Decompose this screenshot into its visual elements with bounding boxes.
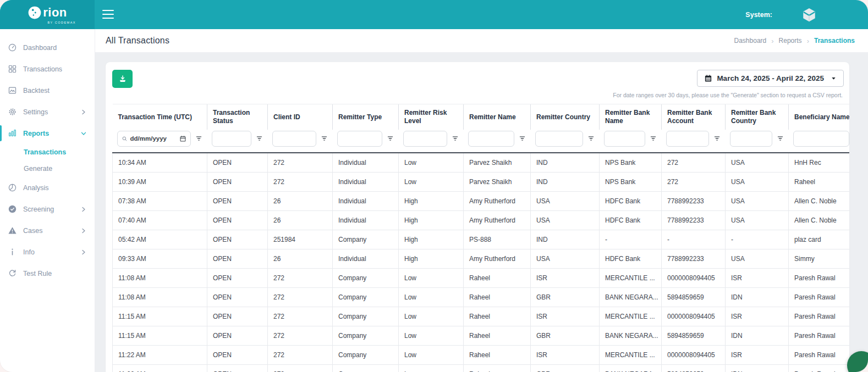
date-range-picker[interactable]: March 24, 2025 - April 22, 2025 [697, 70, 844, 87]
filter-input-client-id[interactable] [272, 131, 316, 147]
table-cell: OPEN [207, 346, 268, 365]
table-row[interactable]: 07:38 AMOPEN26IndividualHighAmy Rutherfo… [113, 192, 850, 211]
brand-logo[interactable]: rion by CODEMAX [0, 0, 95, 29]
calendar-icon [704, 74, 712, 82]
breadcrumb-dashboard[interactable]: Dashboard [734, 37, 767, 45]
main-area: All Transactions Dashboard›Reports›Trans… [95, 29, 868, 372]
chevron-right-icon [80, 206, 87, 213]
filter-icon[interactable] [255, 135, 263, 143]
menu-toggle-button[interactable] [102, 9, 116, 20]
table-row[interactable]: 11:15 AMOPEN272CompanyLowRaheelGBRBANK N… [113, 326, 850, 346]
table-cell: MERCANTILE ... [600, 346, 662, 365]
filter-input-remitter-bank-name[interactable] [604, 131, 645, 147]
filter-icon[interactable] [776, 135, 784, 143]
table-cell: HDFC Bank [600, 211, 662, 230]
table-row[interactable]: 11:15 AMOPEN272CompanyLowRaheelISRMERCAN… [113, 307, 850, 326]
table-cell: 26 [268, 211, 333, 230]
table-row[interactable]: 10:34 AMOPEN272IndividualLowParvez Shaik… [113, 153, 850, 173]
table-cell: Company [333, 288, 399, 307]
sidebar-item-backtest[interactable]: Backtest [0, 80, 95, 101]
date-filter-input[interactable]: dd/mm/yyyy [117, 131, 191, 147]
chevron-down-icon [80, 130, 87, 137]
breadcrumb-transactions[interactable]: Transactions [814, 37, 855, 45]
sidebar-item-info[interactable]: Info [0, 241, 95, 263]
filter-icon[interactable] [451, 135, 459, 143]
table-row[interactable]: 09:33 AMOPEN26IndividualHighAmy Rutherfo… [113, 249, 850, 269]
sidebar-item-reports[interactable]: Reports [0, 123, 95, 144]
table-cell: USA [726, 211, 789, 230]
filter-input-transaction-status[interactable] [212, 131, 251, 147]
table-cell: USA [726, 192, 789, 211]
system-cube-icon[interactable] [801, 7, 817, 23]
table-cell: BANK NEGARA... [600, 326, 662, 346]
sidebar-item-cases[interactable]: Cases [0, 220, 95, 241]
table-cell: USA [726, 249, 789, 269]
filter-input-remitter-bank-country[interactable] [730, 131, 772, 147]
table-cell: OPEN [207, 326, 268, 346]
table-row[interactable]: 11:08 AMOPEN272CompanyLowRaheelISRMERCAN… [113, 269, 850, 288]
sidebar-item-label: Settings [23, 108, 48, 116]
filter-input-remitter-country[interactable] [535, 131, 583, 147]
table-cell: Allen C. Noble [789, 192, 850, 211]
table-cell: ISR [726, 269, 789, 288]
warning-triangle-icon [8, 226, 17, 235]
filter-input-remitter-type[interactable] [337, 131, 382, 147]
calendar-icon[interactable] [179, 135, 186, 142]
brand-subtitle: by CODEMAX [47, 21, 76, 24]
filter-icon[interactable] [587, 135, 595, 143]
filter-icon[interactable] [649, 135, 657, 143]
sidebar-item-test-rule[interactable]: Test Rule [0, 263, 95, 284]
sidebar-subitem-generate[interactable]: Generate [0, 160, 95, 177]
table-cell: Paresh Rawal [789, 288, 850, 307]
table-row[interactable]: 11:08 AMOPEN272CompanyLowRaheelGBRBANK N… [113, 288, 850, 307]
table-cell: High [399, 192, 464, 211]
sidebar-subitem-transactions[interactable]: Transactions [0, 144, 95, 160]
sidebar-item-label: Cases [23, 227, 42, 235]
table-row[interactable]: 07:40 AMOPEN26IndividualHighAmy Rutherfo… [113, 211, 850, 230]
table-cell: 0000008094405 [662, 307, 726, 326]
table-cell: Paresh Rawal [789, 307, 850, 326]
table-row[interactable]: 10:39 AMOPEN272IndividualLowParvez Shaik… [113, 173, 850, 192]
table-row[interactable]: 05:42 AMOPEN251984CompanyHighPS-888IND--… [113, 230, 850, 249]
table-cell: Raheel [464, 288, 531, 307]
download-csv-button[interactable] [112, 70, 133, 88]
filter-icon[interactable] [320, 135, 328, 143]
sidebar-item-screening[interactable]: Screening [0, 198, 95, 220]
table-cell: IND [531, 153, 600, 173]
column-header-remitter-bank-name: Remitter Bank Name [600, 104, 662, 130]
filter-input-remitter-bank-account[interactable] [666, 131, 709, 147]
table-cell: Individual [333, 173, 399, 192]
bar-chart-icon [8, 129, 17, 138]
table-cell: OPEN [207, 173, 268, 192]
table-cell: Amy Rutherford [464, 192, 531, 211]
sidebar-item-dashboard[interactable]: Dashboard [0, 37, 95, 58]
breadcrumb-reports[interactable]: Reports [779, 37, 802, 45]
sidebar-item-label: Dashboard [23, 44, 57, 52]
filter-icon[interactable] [195, 135, 203, 143]
filter-icon[interactable] [518, 135, 526, 143]
filter-input-remitter-name[interactable] [468, 131, 514, 147]
table-cell: 5894859659 [662, 288, 726, 307]
breadcrumb-separator: › [807, 37, 809, 45]
table-cell: Low [399, 307, 464, 326]
system-label: System: [745, 11, 772, 19]
filter-icon[interactable] [713, 135, 721, 143]
refresh-icon [8, 269, 17, 278]
filter-icon[interactable] [386, 135, 394, 143]
table-cell: 272 [268, 173, 333, 192]
table-row[interactable]: 11:22 AMOPEN272CompanyLowRaheelISRMERCAN… [113, 346, 850, 365]
sidebar-item-transactions[interactable]: Transactions [0, 58, 95, 80]
table-cell: High [399, 230, 464, 249]
table-cell: 5894859659 [662, 326, 726, 346]
sidebar-item-analysis[interactable]: Analysis [0, 177, 95, 198]
filter-input-beneficiary-name[interactable] [793, 131, 849, 147]
table-cell: HnH Rec [789, 153, 850, 173]
sidebar-item-settings[interactable]: Settings [0, 101, 95, 123]
caret-down-icon [831, 75, 837, 81]
table-row[interactable]: 11:22 AMOPEN272CompanyLowRaheelGBRBANK N… [113, 365, 850, 372]
filter-input-remitter-risk-level[interactable] [403, 131, 447, 147]
table-cell: Paresh Rawal [789, 346, 850, 365]
table-cell: OPEN [207, 192, 268, 211]
download-icon [118, 75, 127, 84]
table-cell: 10:39 AM [113, 173, 207, 192]
